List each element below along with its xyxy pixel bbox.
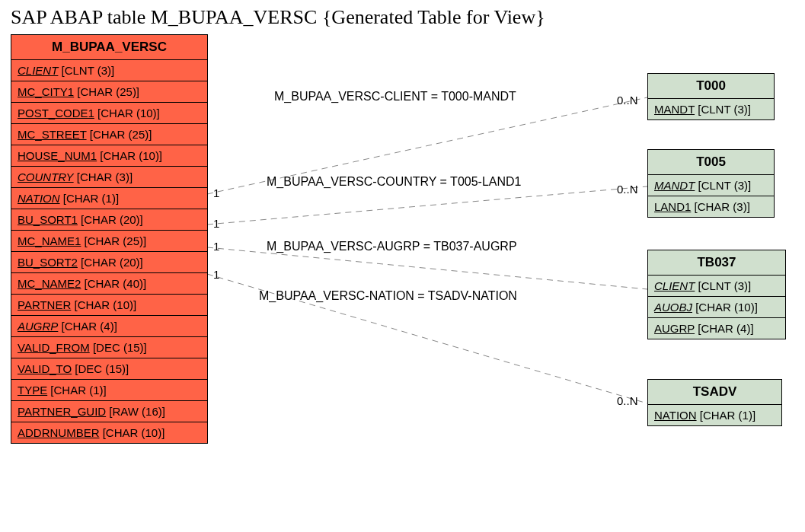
field-row: CLIENT [CLNT (3)]: [11, 60, 207, 81]
card-left-1: 1: [213, 217, 219, 230]
page-title: SAP ABAP table M_BUPAA_VERSC {Generated …: [11, 6, 545, 29]
field-row: AUGRP [CHAR (4)]: [11, 316, 207, 337]
field-row: MC_NAME1 [CHAR (25)]: [11, 231, 207, 252]
entity-t000: T000 MANDT [CLNT (3)]: [647, 73, 775, 120]
card-left-2: 1: [213, 240, 219, 253]
card-left-0: 1: [213, 186, 219, 199]
field-row: VALID_TO [DEC (15)]: [11, 358, 207, 380]
field-row: BU_SORT2 [CHAR (20)]: [11, 252, 207, 273]
field-row: PARTNER_GUID [RAW (16)]: [11, 401, 207, 422]
field-row: CLIENT [CLNT (3)]: [648, 276, 785, 297]
entity-t005: T005 MANDT [CLNT (3)] LAND1 [CHAR (3)]: [647, 149, 775, 218]
field-row: MC_NAME2 [CHAR (40)]: [11, 273, 207, 295]
field-row: TYPE [CHAR (1)]: [11, 380, 207, 401]
field-row: BU_SORT1 [CHAR (20)]: [11, 209, 207, 231]
relation-label-3: M_BUPAA_VERSC-NATION = TSADV-NATION: [259, 289, 517, 303]
field-row: LAND1 [CHAR (3)]: [648, 196, 774, 217]
card-left-3: 1: [213, 268, 219, 281]
entity-main: M_BUPAA_VERSC CLIENT [CLNT (3)] MC_CITY1…: [11, 34, 208, 444]
field-row: MANDT [CLNT (3)]: [648, 99, 774, 119]
entity-t005-header: T005: [648, 150, 774, 175]
svg-line-1: [207, 186, 647, 225]
card-right-1: 0..N: [617, 183, 638, 196]
field-row: HOUSE_NUM1 [CHAR (10)]: [11, 145, 207, 167]
field-row: NATION [CHAR (1)]: [648, 405, 781, 425]
field-row: ADDRNUMBER [CHAR (10)]: [11, 422, 207, 443]
entity-tb037-header: TB037: [648, 250, 785, 276]
field-row: MC_STREET [CHAR (25)]: [11, 124, 207, 145]
entity-tb037: TB037 CLIENT [CLNT (3)] AUOBJ [CHAR (10)…: [647, 250, 786, 339]
field-row: PARTNER [CHAR (10)]: [11, 295, 207, 316]
card-right-0: 0..N: [617, 94, 638, 107]
card-right-3: 0..N: [617, 394, 638, 407]
field-row: AUOBJ [CHAR (10)]: [648, 297, 785, 318]
entity-main-header: M_BUPAA_VERSC: [11, 35, 207, 60]
svg-line-2: [207, 247, 647, 289]
entity-tsadv: TSADV NATION [CHAR (1)]: [647, 379, 782, 426]
entity-tsadv-header: TSADV: [648, 380, 781, 405]
entity-t000-header: T000: [648, 74, 774, 99]
field-row: POST_CODE1 [CHAR (10)]: [11, 103, 207, 124]
relation-label-2: M_BUPAA_VERSC-AUGRP = TB037-AUGRP: [267, 240, 517, 253]
field-row: NATION [CHAR (1)]: [11, 188, 207, 209]
field-row: MC_CITY1 [CHAR (25)]: [11, 81, 207, 103]
relation-label-1: M_BUPAA_VERSC-COUNTRY = T005-LAND1: [267, 175, 521, 189]
field-row: MANDT [CLNT (3)]: [648, 175, 774, 196]
field-row: AUGRP [CHAR (4)]: [648, 318, 785, 339]
field-row: COUNTRY [CHAR (3)]: [11, 167, 207, 188]
field-row: VALID_FROM [DEC (15)]: [11, 337, 207, 358]
relation-label-0: M_BUPAA_VERSC-CLIENT = T000-MANDT: [274, 90, 516, 104]
